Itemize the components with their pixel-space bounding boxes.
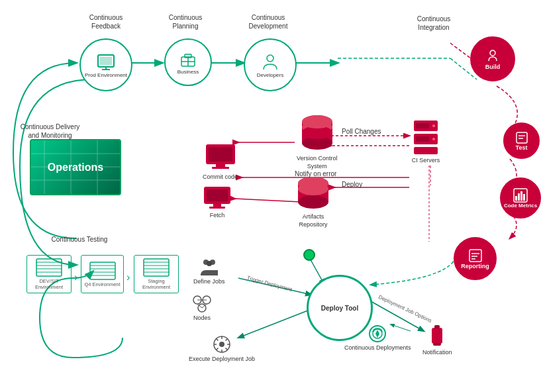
poll-changes-label: Poll Changes bbox=[342, 127, 381, 136]
commit-code-label: Commit code bbox=[203, 173, 238, 180]
prod-environment-node: Prod Environment bbox=[79, 38, 132, 91]
business-node: Business bbox=[164, 38, 212, 86]
svg-rect-65 bbox=[213, 204, 221, 207]
svg-rect-30 bbox=[517, 132, 527, 143]
operations-label: Operations bbox=[48, 162, 103, 173]
define-jobs-label: Define Jobs bbox=[193, 278, 225, 285]
svg-rect-60 bbox=[209, 147, 232, 162]
fetch-monitor-node: Fetch bbox=[203, 185, 232, 219]
vcs-label: Version ControlSystem bbox=[297, 155, 338, 170]
continuous-delivery-label: Continuous Delivery and Monitoring bbox=[19, 122, 81, 140]
svg-line-109 bbox=[217, 339, 219, 341]
notification-node: Notification bbox=[422, 324, 452, 356]
diagram: Prod Environment Business Developers Con… bbox=[0, 0, 543, 392]
svg-point-72 bbox=[432, 124, 435, 127]
code-metrics-node: Code Metrics bbox=[500, 177, 541, 219]
svg-rect-102 bbox=[433, 343, 441, 346]
svg-rect-84 bbox=[144, 259, 169, 276]
env-arrow1: › bbox=[74, 271, 77, 283]
svg-rect-37 bbox=[523, 194, 525, 201]
svg-point-73 bbox=[432, 138, 435, 140]
version-control-node: Version ControlSystem bbox=[297, 114, 338, 170]
build-label: Build bbox=[485, 64, 501, 70]
svg-line-110 bbox=[226, 348, 228, 350]
svg-rect-69 bbox=[414, 147, 438, 154]
svg-rect-70 bbox=[416, 123, 429, 128]
svg-line-10 bbox=[235, 199, 301, 202]
dev-sit-box: DEV/SIT Environment bbox=[26, 255, 72, 293]
business-label: Business bbox=[177, 69, 199, 75]
svg-rect-66 bbox=[209, 207, 225, 209]
svg-rect-71 bbox=[416, 136, 429, 142]
svg-point-91 bbox=[207, 261, 212, 266]
ci-servers-node: CI Servers bbox=[406, 119, 446, 164]
deploy-tool-label: Deploy Tool bbox=[321, 305, 358, 312]
q4-box: Q4 Environment bbox=[81, 255, 124, 293]
svg-rect-101 bbox=[434, 325, 440, 328]
fetch-label: Fetch bbox=[203, 212, 232, 219]
svg-rect-64 bbox=[207, 189, 228, 201]
deploy-label: Deploy bbox=[342, 180, 362, 189]
svg-rect-61 bbox=[216, 164, 225, 167]
svg-point-28 bbox=[490, 50, 495, 56]
svg-point-27 bbox=[267, 55, 273, 62]
reporting-node: Reporting bbox=[454, 237, 497, 280]
svg-rect-34 bbox=[515, 196, 517, 201]
monitor-node: Commit code bbox=[203, 142, 238, 180]
svg-rect-79 bbox=[90, 262, 115, 279]
artifacts-node: ArtifactsRepository bbox=[297, 175, 330, 228]
ci-servers-label: CI Servers bbox=[406, 157, 446, 164]
nodes-label1-text: Nodes bbox=[192, 315, 212, 321]
artifacts-label: ArtifactsRepository bbox=[297, 213, 330, 228]
q4-label: Q4 Environment bbox=[84, 281, 120, 287]
svg-rect-62 bbox=[212, 167, 229, 169]
execute-deployment-label: Execute Deployment Job bbox=[189, 356, 255, 363]
svg-rect-38 bbox=[469, 250, 481, 262]
continuous-development-label: Continuous Development bbox=[235, 13, 301, 30]
svg-point-58 bbox=[298, 177, 328, 190]
notification-label: Notification bbox=[422, 349, 452, 356]
prod-env-label: Prod Environment bbox=[85, 72, 127, 78]
svg-point-104 bbox=[219, 342, 224, 347]
svg-point-53 bbox=[302, 115, 332, 128]
continuous-planning-label: Continuous Planning bbox=[156, 13, 215, 30]
execute-deployment-node: Execute Deployment Job bbox=[189, 334, 255, 363]
continuous-deployments-node: Continuous Deployments bbox=[344, 324, 411, 352]
green-start-dot bbox=[303, 249, 315, 261]
svg-rect-35 bbox=[518, 193, 520, 201]
continuous-feedback-label: Continuous Feedback bbox=[76, 13, 136, 30]
dev-sit-label: DEV/SIT Environment bbox=[28, 278, 70, 290]
continuous-deployments-label: Continuous Deployments bbox=[344, 344, 411, 352]
build-node: Build bbox=[470, 36, 515, 81]
developers-node: Developers bbox=[244, 38, 297, 91]
env-arrow2: › bbox=[126, 271, 130, 283]
svg-rect-74 bbox=[36, 259, 62, 276]
svg-point-56 bbox=[298, 195, 328, 209]
developers-label: Developers bbox=[257, 72, 283, 78]
svg-line-112 bbox=[217, 348, 219, 350]
test-label: Test bbox=[516, 144, 528, 151]
svg-rect-36 bbox=[520, 191, 522, 201]
staging-box: Staging Environment bbox=[134, 255, 179, 293]
svg-line-111 bbox=[226, 339, 228, 341]
reporting-label: Reporting bbox=[461, 263, 489, 270]
code-metrics-label: Code Metrics bbox=[504, 203, 537, 209]
test-node: Test bbox=[503, 122, 540, 159]
notify-on-error-label: Notify on error bbox=[295, 170, 336, 178]
define-jobs-node: Define Jobs bbox=[193, 257, 225, 285]
continuous-testing-label: Continuous Testing bbox=[50, 235, 109, 244]
svg-rect-100 bbox=[432, 328, 442, 344]
continuous-integration-label: ContinuousIntegration bbox=[397, 15, 470, 32]
operations-box: Operations bbox=[30, 139, 121, 195]
nodes-label1: Nodes bbox=[192, 295, 212, 321]
svg-rect-20 bbox=[100, 57, 112, 65]
svg-line-14 bbox=[238, 308, 315, 338]
staging-label: Staging Environment bbox=[136, 278, 177, 290]
